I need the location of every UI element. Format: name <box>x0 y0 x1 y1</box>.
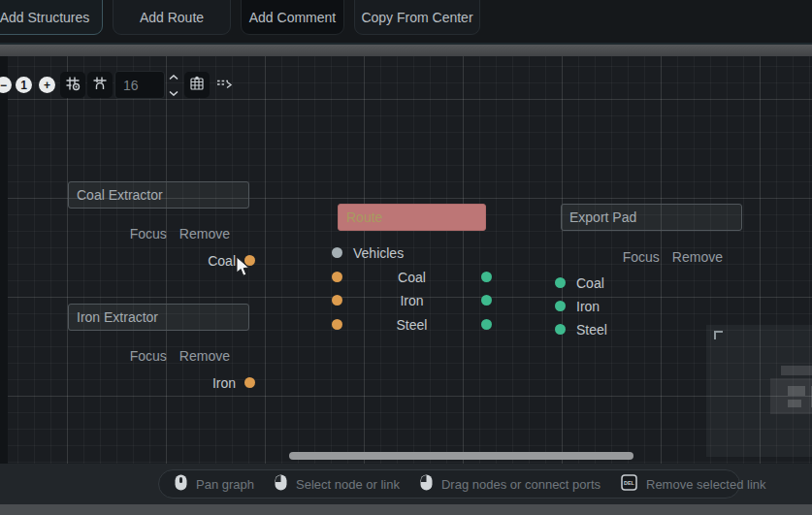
top-toolbar: Add Structures Add Route Add Comment Cop… <box>0 0 812 43</box>
minimap-node-shape <box>788 400 801 407</box>
node-actions: Focus Remove <box>68 348 249 364</box>
node-title-input[interactable]: Route <box>338 204 486 231</box>
mouse-middle-button-icon <box>175 474 187 494</box>
link-routing-icon <box>215 76 233 95</box>
stepper-up-button[interactable] <box>167 73 180 82</box>
port-row-coal: Coal <box>338 270 486 284</box>
app-window: Add Structures Add Route Add Comment Cop… <box>0 0 812 515</box>
grid-size-stepper <box>167 73 180 98</box>
zoom-reset-button[interactable]: 1 <box>16 77 32 93</box>
output-port-iron[interactable] <box>244 377 255 388</box>
add-structures-button[interactable]: Add Structures <box>0 0 103 35</box>
output-port-row: Coal <box>68 253 249 268</box>
hint-select: Select node or link <box>275 474 400 494</box>
minimap-node-shape <box>781 366 812 375</box>
node-iron-extractor[interactable]: Iron Extractor Focus Remove Iron <box>68 304 249 331</box>
mouse-cursor <box>236 257 250 281</box>
port-label: Steel <box>576 322 607 338</box>
input-port-row-iron: Iron <box>561 299 742 313</box>
port-row-iron: Iron <box>338 293 486 307</box>
focus-button[interactable]: Focus <box>623 249 660 265</box>
snap-to-grid-icon <box>65 76 81 95</box>
hint-drag: Drag nodes or connect ports <box>420 474 601 494</box>
port-row-vehicles: Vehicles <box>338 245 486 260</box>
output-port-coal[interactable] <box>481 272 492 282</box>
grid-size-input[interactable] <box>114 71 165 99</box>
remove-button[interactable]: Remove <box>179 226 230 241</box>
port-label: Iron <box>400 293 423 308</box>
mouse-left-button-icon <box>275 474 287 494</box>
input-port-row-coal: Coal <box>561 275 742 290</box>
port-row-steel: Steel <box>338 317 486 332</box>
output-port-row: Iron <box>68 375 249 390</box>
port-label: Coal <box>576 275 604 291</box>
input-port-iron[interactable] <box>555 301 566 311</box>
node-export-pad[interactable]: Export Pad Focus Remove Coal Iron Steel <box>561 204 742 231</box>
port-label: Iron <box>212 375 236 391</box>
minimap-node-shape <box>770 378 812 414</box>
canvas-left-edge-shade <box>0 56 8 464</box>
hint-label: Select node or link <box>296 477 400 492</box>
node-actions: Focus Remove <box>68 226 249 241</box>
hint-label: Remove selected link <box>646 477 766 492</box>
node-coal-extractor[interactable]: Coal Extractor Focus Remove Coal <box>68 181 249 209</box>
add-route-button[interactable]: Add Route <box>113 0 231 35</box>
focus-button[interactable]: Focus <box>130 226 167 241</box>
node-actions: Focus Remove <box>561 249 742 265</box>
snap-links-icon <box>92 76 108 95</box>
node-title-input[interactable]: Export Pad <box>561 204 742 231</box>
delete-key-label: DEL <box>624 480 634 486</box>
port-label: Coal <box>398 270 426 285</box>
grid-visibility-icon <box>189 76 205 95</box>
hint-label: Drag nodes or connect ports <box>441 477 601 492</box>
input-port-steel[interactable] <box>555 324 566 335</box>
header-divider-bar <box>0 43 812 56</box>
port-label: Steel <box>397 317 428 333</box>
zoom-out-button[interactable]: − <box>0 77 12 93</box>
zoom-in-button[interactable]: + <box>39 77 55 93</box>
controls-hint-pill: Pan graph Select node or link <box>158 469 740 499</box>
hint-label: Pan graph <box>196 477 254 492</box>
node-title-input[interactable]: Iron Extractor <box>68 304 249 331</box>
port-label: Coal <box>208 253 236 269</box>
bottom-bar <box>0 504 812 515</box>
focus-button[interactable]: Focus <box>130 348 167 364</box>
grid-visibility-button[interactable] <box>184 72 210 98</box>
hint-pan-graph: Pan graph <box>175 474 254 494</box>
minimap-node-shape <box>788 386 805 396</box>
port-label: Vehicles <box>353 245 404 261</box>
input-port-steel[interactable] <box>332 319 342 330</box>
node-title-input[interactable]: Coal Extractor <box>68 181 249 209</box>
horizontal-scrollbar[interactable] <box>289 452 633 460</box>
input-port-iron[interactable] <box>332 295 342 306</box>
hint-remove-link: DEL Remove selected link <box>621 474 766 494</box>
snap-links-button[interactable] <box>87 72 113 98</box>
node-route[interactable]: Route Vehicles Coal Iron Steel <box>338 204 486 231</box>
port-label: Iron <box>576 299 600 314</box>
add-comment-button[interactable]: Add Comment <box>241 0 344 35</box>
output-port-steel[interactable] <box>481 319 492 330</box>
input-port-coal[interactable] <box>555 277 566 288</box>
minimap-corner-marker <box>714 331 723 339</box>
minimap[interactable] <box>706 325 812 457</box>
input-port-vehicles[interactable] <box>332 247 342 258</box>
delete-key-icon: DEL <box>621 474 637 494</box>
link-routing-button[interactable] <box>211 72 237 98</box>
remove-button[interactable]: Remove <box>672 249 723 265</box>
status-bar: Pan graph Select node or link <box>0 464 812 504</box>
graph-canvas[interactable]: − 1 + <box>0 56 812 464</box>
input-port-coal[interactable] <box>332 272 342 282</box>
mouse-left-button-icon <box>420 474 433 494</box>
snap-to-grid-button[interactable] <box>60 72 85 98</box>
remove-button[interactable]: Remove <box>179 348 230 364</box>
stepper-down-button[interactable] <box>167 88 180 98</box>
output-port-iron[interactable] <box>481 295 492 306</box>
copy-from-center-button[interactable]: Copy From Center <box>354 0 480 35</box>
